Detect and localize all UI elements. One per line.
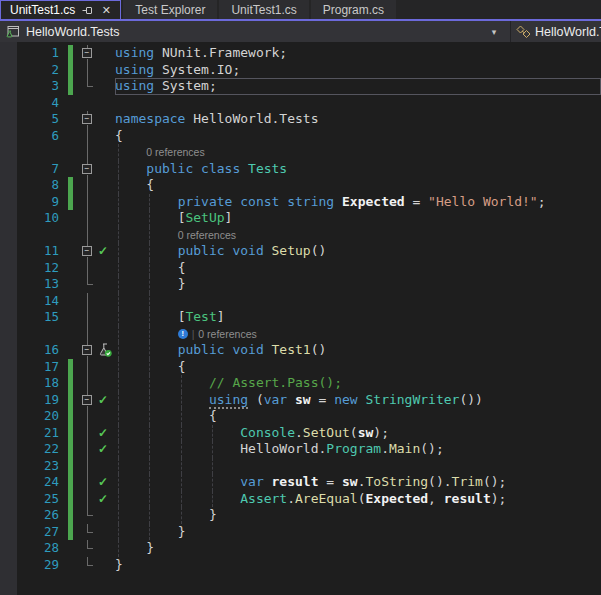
fold-collapse-button[interactable]: − (82, 246, 92, 256)
fold-margin[interactable]: − (76, 45, 98, 62)
test-passed-icon[interactable]: ✓ (98, 427, 108, 439)
fold-margin[interactable] (76, 326, 98, 343)
code-line[interactable]: 24✓ var result = sw.ToString().Trim(); (0, 474, 601, 491)
code-text[interactable]: { (115, 260, 601, 277)
code-text[interactable]: { (115, 128, 601, 145)
codelens-references-label[interactable]: 0 references (146, 146, 204, 158)
test-passed-icon[interactable]: ✓ (98, 476, 108, 488)
line-number[interactable]: 3 (17, 78, 66, 95)
fold-collapse-button[interactable]: − (82, 164, 92, 174)
line-number[interactable]: 2 (17, 62, 66, 79)
code-line[interactable]: 5−namespace HelloWorld.Tests (0, 111, 601, 128)
line-number[interactable] (17, 326, 66, 343)
codelens-content[interactable]: !|0 references (115, 326, 601, 343)
line-number[interactable]: 8 (17, 177, 66, 194)
breakpoint-margin-cell[interactable] (0, 276, 17, 293)
fold-margin[interactable] (76, 375, 98, 392)
breakpoint-margin-cell[interactable] (0, 540, 17, 557)
fold-margin[interactable] (76, 177, 98, 194)
line-number[interactable]: 23 (17, 458, 66, 475)
code-text[interactable]: // Assert.Pass(); (115, 375, 601, 392)
breakpoint-margin-cell[interactable] (0, 524, 17, 541)
breakpoint-margin-cell[interactable] (0, 95, 17, 112)
line-number[interactable]: 28 (17, 540, 66, 557)
code-line[interactable]: 29} (0, 557, 601, 574)
code-text[interactable]: public class Tests (115, 161, 601, 178)
codelens-content[interactable]: 0 references (115, 144, 601, 161)
line-number[interactable]: 11 (17, 243, 66, 260)
fold-margin[interactable] (76, 293, 98, 310)
line-number[interactable]: 14 (17, 293, 66, 310)
breakpoint-margin-cell[interactable] (0, 425, 17, 442)
code-text[interactable]: } (115, 276, 601, 293)
line-number[interactable]: 12 (17, 260, 66, 277)
code-text[interactable]: } (115, 540, 601, 557)
code-text[interactable]: namespace HelloWorld.Tests (115, 111, 601, 128)
code-line[interactable]: 17 { (0, 359, 601, 376)
codelens-content[interactable]: 0 references (115, 227, 601, 244)
breakpoint-margin-cell[interactable] (0, 408, 17, 425)
code-line[interactable]: 13 } (0, 276, 601, 293)
breakpoint-margin-cell[interactable] (0, 557, 17, 574)
breakpoint-margin-cell[interactable] (0, 507, 17, 524)
fold-collapse-button[interactable]: − (82, 48, 92, 58)
code-text[interactable]: [SetUp] (115, 210, 601, 227)
line-number[interactable]: 26 (17, 507, 66, 524)
code-text[interactable]: Assert.AreEqual(Expected, result); (115, 491, 601, 508)
breakpoint-margin-cell[interactable] (0, 458, 17, 475)
breakpoint-margin-cell[interactable] (0, 375, 17, 392)
breakpoint-margin-cell[interactable] (0, 194, 17, 211)
line-number[interactable]: 18 (17, 375, 66, 392)
line-number[interactable]: 5 (17, 111, 66, 128)
code-text[interactable]: HelloWorld.Program.Main(); (115, 441, 601, 458)
fold-margin[interactable] (76, 227, 98, 244)
code-text[interactable]: [Test] (115, 309, 601, 326)
tab-program-cs[interactable]: Program.cs (311, 0, 396, 19)
breakpoint-margin-cell[interactable] (0, 78, 17, 95)
fold-margin[interactable]: − (76, 342, 98, 359)
code-line[interactable]: 2using System.IO; (0, 62, 601, 79)
fold-collapse-button[interactable]: − (82, 114, 92, 124)
line-number[interactable] (17, 227, 66, 244)
code-line[interactable]: 22✓ HelloWorld.Program.Main(); (0, 441, 601, 458)
fold-margin[interactable] (76, 425, 98, 442)
tab-test-explorer[interactable]: Test Explorer (123, 0, 217, 19)
codelens-references-label[interactable]: 0 references (198, 328, 256, 340)
line-number[interactable]: 10 (17, 210, 66, 227)
code-text[interactable] (115, 458, 601, 475)
fold-margin[interactable] (76, 540, 98, 557)
fold-margin[interactable]: − (76, 111, 98, 128)
line-number[interactable]: 24 (17, 474, 66, 491)
code-line[interactable]: 10 [SetUp] (0, 210, 601, 227)
breakpoint-margin-cell[interactable] (0, 491, 17, 508)
code-line[interactable]: 9 private const string Expected = "Hello… (0, 194, 601, 211)
code-line[interactable]: 12 { (0, 260, 601, 277)
fold-margin[interactable] (76, 458, 98, 475)
code-line[interactable]: 21✓ Console.SetOut(sw); (0, 425, 601, 442)
code-line[interactable]: 25✓ Assert.AreEqual(Expected, result); (0, 491, 601, 508)
breakpoint-margin-cell[interactable] (0, 342, 17, 359)
line-number[interactable]: 15 (17, 309, 66, 326)
codelens-text-area[interactable]: !|0 references (115, 326, 601, 343)
code-editor[interactable]: 1−using NUnit.Framework;2using System.IO… (0, 42, 601, 595)
code-line[interactable]: 20 { (0, 408, 601, 425)
breakpoint-margin-cell[interactable] (0, 359, 17, 376)
code-line[interactable]: 16− public void Test1() (0, 342, 601, 359)
line-number[interactable] (17, 144, 66, 161)
fold-margin[interactable]: − (76, 161, 98, 178)
project-dropdown[interactable]: HelloWorld.Tests (0, 24, 480, 39)
close-icon[interactable]: ✕ (99, 3, 113, 17)
type-dropdown[interactable]: HelloWorld.Te (513, 21, 601, 42)
code-line[interactable]: 6{ (0, 128, 601, 145)
codelens-references-label[interactable]: 0 references (178, 229, 236, 241)
line-number[interactable]: 4 (17, 95, 66, 112)
line-number[interactable]: 13 (17, 276, 66, 293)
codelens-row[interactable]: 0 references (0, 144, 601, 161)
fold-margin[interactable] (76, 95, 98, 112)
code-text[interactable]: using System.IO; (115, 62, 601, 79)
test-passed-icon[interactable]: ✓ (98, 245, 108, 257)
code-line[interactable]: 19−✓ using (var sw = new StringWriter()) (0, 392, 601, 409)
line-number[interactable]: 9 (17, 194, 66, 211)
code-text[interactable]: using (var sw = new StringWriter()) (115, 392, 601, 409)
line-number[interactable]: 6 (17, 128, 66, 145)
